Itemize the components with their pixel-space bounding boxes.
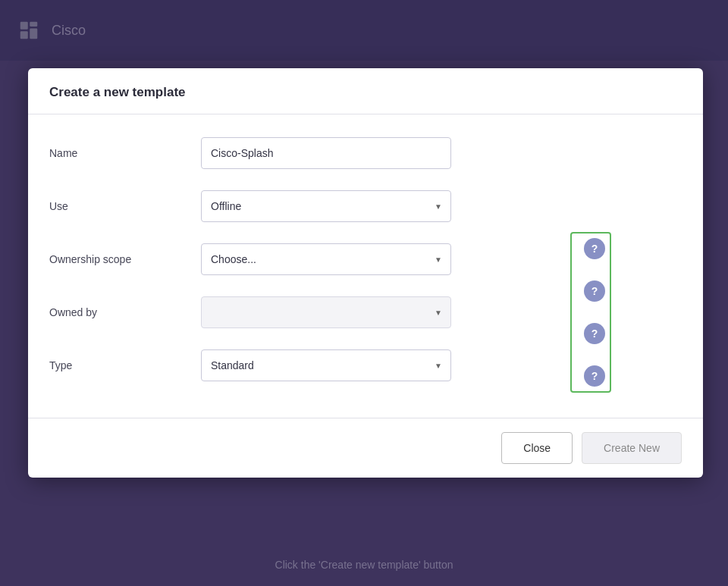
ownership-scope-label: Ownership scope <box>49 253 201 265</box>
type-select-wrapper: Standard Custom <box>201 349 451 381</box>
ownership-scope-select[interactable]: Choose... Global Organization Network <box>201 243 451 275</box>
type-label: Type <box>49 359 201 371</box>
owned-by-select <box>201 296 451 328</box>
help-icons-group: ? ? ? ? <box>570 232 611 393</box>
use-label: Use <box>49 200 201 212</box>
type-help-icon[interactable]: ? <box>584 365 605 387</box>
owned-by-select-wrapper <box>201 296 451 328</box>
use-field-row: Use Offline Online Splash <box>49 190 682 222</box>
owned-by-label: Owned by <box>49 306 201 318</box>
create-new-button[interactable]: Create New <box>582 432 682 464</box>
use-help-icon[interactable]: ? <box>584 238 605 259</box>
use-select[interactable]: Offline Online Splash <box>201 190 451 222</box>
type-select[interactable]: Standard Custom <box>201 349 451 381</box>
close-button[interactable]: Close <box>501 432 573 464</box>
modal-header: Create a new template <box>28 68 703 114</box>
ownership-scope-select-wrapper: Choose... Global Organization Network <box>201 243 451 275</box>
name-field-row: Name <box>49 137 682 169</box>
name-input[interactable] <box>201 137 451 169</box>
ownership-scope-help-icon[interactable]: ? <box>584 280 605 302</box>
owned-by-help-icon[interactable]: ? <box>584 323 605 344</box>
name-control-wrapper <box>201 137 682 169</box>
modal-footer: Close Create New <box>28 418 703 478</box>
use-control-wrapper: Offline Online Splash <box>201 190 682 222</box>
modal-title: Create a new template <box>49 85 186 99</box>
use-select-wrapper: Offline Online Splash <box>201 190 451 222</box>
name-label: Name <box>49 147 201 159</box>
